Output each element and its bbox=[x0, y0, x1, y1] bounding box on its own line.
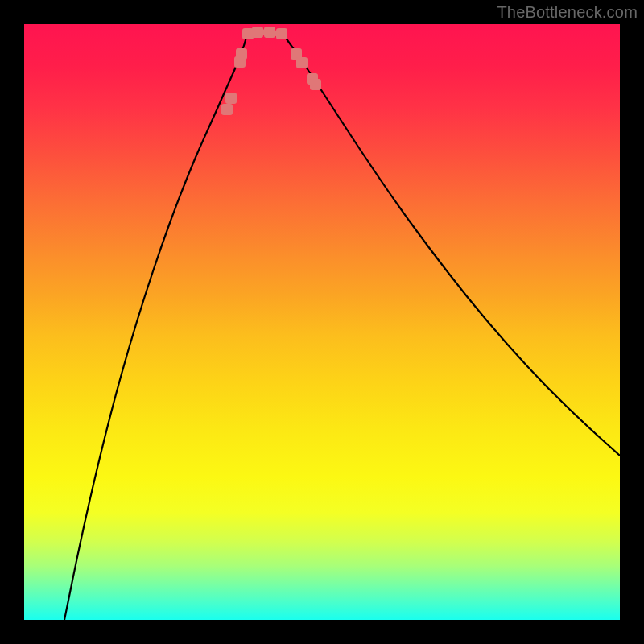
chart-marker-dot bbox=[221, 104, 233, 115]
chart-curves bbox=[24, 24, 620, 620]
watermark-text: TheBottleneck.com bbox=[497, 3, 638, 22]
chart-marker-dot bbox=[296, 57, 308, 68]
chart-marker-dot bbox=[310, 79, 321, 90]
chart-marker-dot bbox=[252, 27, 263, 38]
chart-marker-dot bbox=[225, 93, 237, 104]
curve-right-branch bbox=[283, 35, 620, 456]
curve-left-branch bbox=[64, 35, 247, 620]
chart-marker-dot bbox=[236, 48, 247, 60]
chart-marker-dot bbox=[264, 27, 275, 38]
chart-marker-dot bbox=[276, 28, 287, 39]
